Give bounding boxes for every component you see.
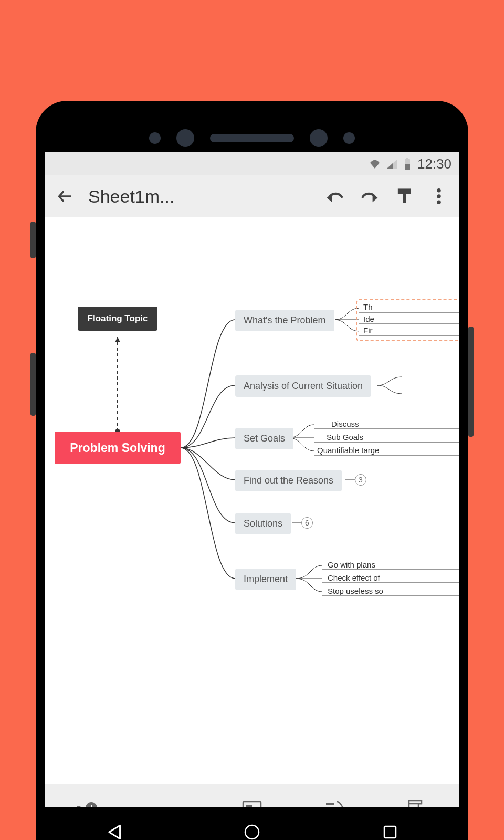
- redo-button[interactable]: [354, 181, 385, 212]
- child-node-implement[interactable]: Implement: [235, 569, 296, 590]
- android-nav-bar: [45, 807, 459, 840]
- undo-button[interactable]: [319, 181, 351, 212]
- status-time: 12:30: [417, 156, 452, 172]
- sub-item[interactable]: Go with plans: [328, 560, 375, 569]
- child-node-analysis[interactable]: Analysis of Current Situation: [235, 375, 371, 397]
- mindmap-canvas[interactable]: Floating Topic Problem Solving What's th…: [45, 217, 459, 784]
- nav-recent-button[interactable]: [374, 816, 406, 840]
- format-button[interactable]: [388, 181, 420, 212]
- sub-item[interactable]: Th: [363, 302, 373, 311]
- child-node-set-goals[interactable]: Set Goals: [235, 428, 293, 449]
- svg-point-35: [245, 825, 259, 839]
- nav-home-button[interactable]: [236, 816, 268, 840]
- sub-item[interactable]: Check effect of: [328, 573, 380, 582]
- svg-point-5: [437, 188, 441, 193]
- root-node[interactable]: Problem Solving: [55, 432, 181, 464]
- svg-point-6: [437, 194, 441, 198]
- svg-rect-30: [326, 803, 334, 805]
- document-title: Sheet1m...: [84, 186, 316, 207]
- sub-item[interactable]: Fir: [363, 326, 373, 335]
- sub-item[interactable]: Stop useless so: [328, 586, 383, 595]
- wifi-icon: [369, 159, 381, 169]
- svg-rect-1: [406, 158, 408, 160]
- collapsed-count-badge[interactable]: 6: [301, 517, 313, 529]
- status-bar: 12:30: [45, 152, 459, 175]
- floating-topic-node[interactable]: Floating Topic: [78, 307, 158, 331]
- app-bar: Sheet1m...: [45, 175, 459, 217]
- nav-back-button[interactable]: [98, 816, 130, 840]
- svg-point-7: [437, 201, 441, 205]
- collapsed-count-badge[interactable]: 3: [355, 474, 366, 486]
- child-node-find-reasons[interactable]: Find out the Reasons: [235, 470, 342, 491]
- battery-icon: [404, 158, 411, 170]
- sub-item[interactable]: Discuss: [331, 419, 359, 428]
- svg-rect-36: [384, 826, 396, 838]
- svg-rect-4: [403, 194, 406, 203]
- svg-rect-3: [398, 188, 411, 194]
- sub-item[interactable]: Sub Goals: [327, 433, 363, 442]
- sub-item[interactable]: Quantifiable targe: [317, 446, 379, 455]
- svg-rect-2: [405, 164, 410, 170]
- back-button[interactable]: [49, 181, 81, 212]
- more-button[interactable]: [423, 181, 455, 212]
- child-node-whats-the-problem[interactable]: What's the Problem: [235, 310, 334, 331]
- signal-icon: [387, 159, 397, 169]
- sub-item[interactable]: Ide: [363, 314, 374, 323]
- child-node-solutions[interactable]: Solutions: [235, 513, 291, 534]
